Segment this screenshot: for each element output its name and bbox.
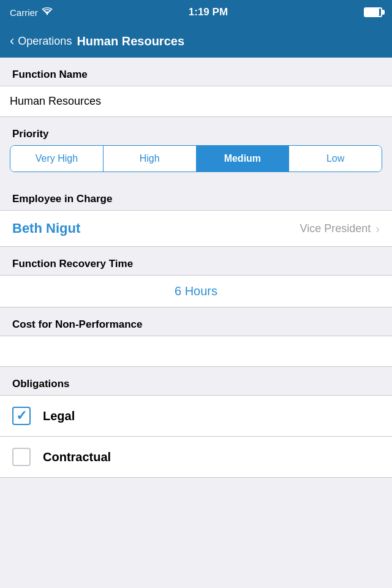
svg-point-0 (47, 13, 48, 15)
back-label: Operations (18, 35, 72, 48)
cost-input[interactable] (10, 345, 382, 358)
employee-header: Employee in Charge (0, 182, 392, 210)
priority-header: Priority (0, 117, 392, 145)
cost-row (0, 336, 392, 367)
obligations-header: Obligations (0, 367, 392, 395)
cost-header: Cost for Non-Performance (0, 307, 392, 336)
priority-low[interactable]: Low (289, 146, 382, 172)
obligations-list: ✓ Legal Contractual (0, 395, 392, 478)
priority-medium[interactable]: Medium (197, 146, 290, 172)
employee-role: Vice President (300, 222, 371, 235)
legal-label: Legal (43, 409, 75, 423)
function-name-input[interactable] (0, 86, 392, 116)
priority-very-high[interactable]: Very High (10, 146, 104, 172)
wifi-icon (42, 7, 53, 18)
status-time: 1:19 PM (189, 6, 228, 18)
employee-chevron-icon: › (375, 222, 380, 236)
back-button[interactable]: ‹ Operations (10, 33, 72, 49)
status-bar: Carrier 1:19 PM (0, 0, 392, 24)
recovery-time-row[interactable]: 6 Hours (0, 275, 392, 307)
priority-segment-control: Very High High Medium Low (10, 145, 382, 172)
contractual-checkbox[interactable] (12, 448, 31, 466)
obligation-legal-row[interactable]: ✓ Legal (0, 395, 392, 437)
nav-bar: ‹ Operations Human Resources (0, 24, 392, 58)
priority-section: Very High High Medium Low (0, 145, 392, 182)
recovery-time-value: 6 Hours (175, 284, 217, 298)
employee-name: Beth Nigut (12, 221, 300, 236)
carrier-label: Carrier (10, 7, 38, 18)
legal-checkbox[interactable]: ✓ (12, 407, 31, 425)
nav-title: Human Resources (77, 34, 184, 48)
obligation-contractual-row[interactable]: Contractual (0, 436, 392, 478)
function-name-row (0, 86, 392, 117)
priority-high[interactable]: High (104, 146, 197, 172)
function-name-header: Function Name (0, 58, 392, 86)
battery-icon (364, 7, 382, 17)
contractual-label: Contractual (43, 450, 111, 464)
legal-checkmark-icon: ✓ (16, 409, 27, 423)
back-chevron-icon: ‹ (10, 33, 14, 49)
employee-row[interactable]: Beth Nigut Vice President › (0, 210, 392, 247)
recovery-time-header: Function Recovery Time (0, 247, 392, 275)
